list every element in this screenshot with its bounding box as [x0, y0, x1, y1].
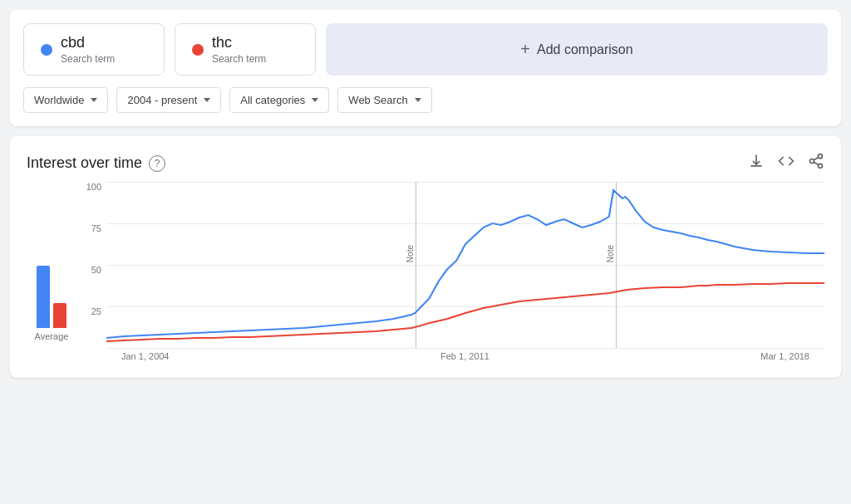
chart-title-group: Interest over time ? — [27, 154, 165, 172]
cbd-dot — [41, 44, 52, 56]
chart-section: Interest over time ? — [10, 136, 841, 378]
avg-section: Average — [27, 182, 76, 361]
thc-term-type: Search term — [212, 53, 266, 65]
svg-point-1 — [810, 159, 814, 164]
svg-point-0 — [819, 154, 823, 159]
x-axis-labels: Jan 1, 2004 Feb 1, 2011 Mar 1, 2018 — [106, 351, 824, 361]
svg-point-2 — [819, 164, 823, 168]
add-comparison-label: Add comparison — [537, 42, 633, 57]
cbd-term-name: cbd — [61, 34, 115, 51]
thc-term-name: thc — [212, 34, 266, 51]
filter-search-type[interactable]: Web Search — [337, 87, 431, 113]
filter-region-chevron — [91, 98, 97, 102]
svg-line-4 — [814, 157, 819, 159]
avg-bars — [37, 262, 66, 328]
chart-header: Interest over time ? — [27, 153, 824, 174]
filter-search-type-chevron — [415, 98, 421, 102]
chart-actions — [748, 153, 824, 174]
filter-category-chevron — [312, 98, 318, 102]
filter-category[interactable]: All categories — [229, 87, 329, 113]
y-label-100: 100 — [76, 182, 101, 192]
cbd-line — [106, 190, 824, 338]
x-label-2018: Mar 1, 2018 — [760, 351, 809, 361]
plus-icon: + — [520, 40, 530, 59]
filter-date[interactable]: 2004 - present — [116, 87, 221, 113]
help-icon[interactable]: ? — [149, 155, 165, 172]
filter-category-label: All categories — [240, 94, 305, 106]
add-comparison-card[interactable]: + Add comparison — [326, 23, 828, 76]
filter-region[interactable]: Worldwide — [23, 87, 108, 113]
chart-container: Average 100 75 50 25 — [27, 182, 824, 361]
grid-line-0 — [106, 348, 824, 349]
filter-date-chevron — [204, 98, 210, 102]
y-label-50: 50 — [76, 265, 101, 275]
chart-svg — [106, 182, 824, 348]
filter-date-label: 2004 - present — [127, 94, 197, 106]
y-axis-labels: 100 75 50 25 — [76, 182, 101, 348]
thc-dot — [192, 44, 204, 56]
y-label-25: 25 — [76, 306, 101, 316]
download-icon[interactable] — [748, 153, 765, 174]
x-label-2004: Jan 1, 2004 — [121, 351, 170, 361]
filter-search-type-label: Web Search — [348, 94, 407, 106]
share-icon[interactable] — [808, 153, 824, 174]
chart-plot: Note Note — [106, 182, 824, 348]
cbd-term-type: Search term — [61, 53, 115, 65]
y-label-75: 75 — [76, 223, 101, 233]
embed-icon[interactable] — [778, 153, 794, 174]
search-terms-row: cbd Search term thc Search term + Add co… — [23, 23, 828, 76]
filters-row: Worldwide 2004 - present All categories … — [23, 87, 828, 113]
chart-title: Interest over time — [27, 154, 142, 172]
avg-bar-cbd — [37, 266, 50, 328]
top-section: cbd Search term thc Search term + Add co… — [10, 10, 841, 126]
search-term-card-thc: thc Search term — [175, 23, 316, 76]
graph-area: 100 75 50 25 Note — [76, 182, 824, 361]
avg-bar-thc — [53, 303, 66, 328]
avg-label: Average — [35, 331, 69, 341]
svg-line-3 — [814, 162, 819, 164]
filter-region-label: Worldwide — [34, 94, 84, 106]
x-label-2011: Feb 1, 2011 — [440, 351, 489, 361]
search-term-card-cbd: cbd Search term — [23, 23, 165, 76]
